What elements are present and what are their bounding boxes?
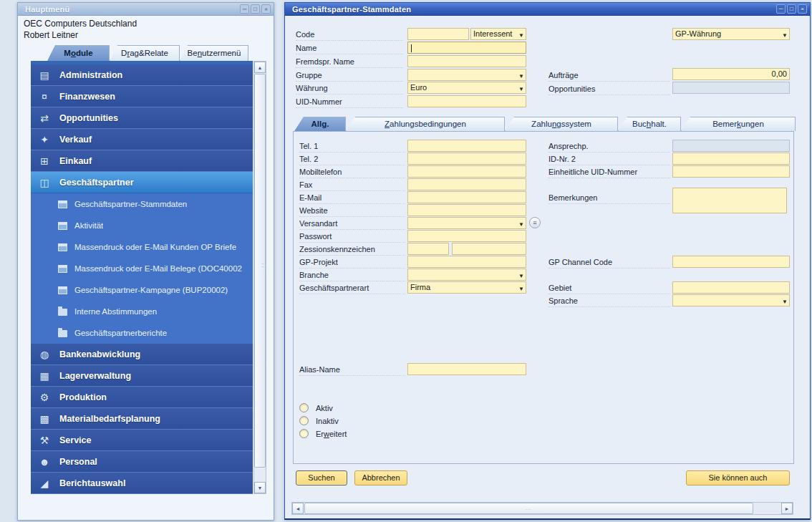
horizontal-scrollbar[interactable]: ◄ ∙∙∙ ► (291, 502, 793, 515)
menu-item-geschäftspartner-kampagne-bup20002[interactable]: Geschäftspartner-Kampagne (BUP20002) (31, 279, 253, 301)
administration-icon: ▤ (37, 69, 52, 81)
tab-bemerkungen[interactable]: Bemerkungen (681, 117, 796, 131)
gp-waehrung-dropdown[interactable]: GP-Währung ▼ (672, 28, 790, 40)
aktiv-radio[interactable] (299, 403, 309, 412)
module-service[interactable]: ⚒Service (31, 430, 253, 451)
mrp-icon: ▩ (37, 413, 52, 425)
tab-zahlungsbedingungen[interactable]: Zahlungsbedingungen (346, 117, 505, 131)
menu-item-massendruck-oder-e-mail-kunden-op-briefe[interactable]: Massendruck oder E-Mail Kunden OP Briefe (31, 236, 253, 258)
module-berichtauswahl[interactable]: ◢Berichtauswahl (31, 473, 253, 494)
gebiet-input[interactable] (672, 281, 790, 294)
tab-benutzermenü[interactable]: Benutzermenü (180, 45, 248, 61)
inaktiv-radio[interactable] (299, 416, 309, 425)
minimize-icon[interactable]: ─ (776, 4, 786, 14)
e-mail-input[interactable] (407, 191, 526, 203)
business-partners-icon: ◫ (37, 177, 52, 188)
menu-scrollbar-thumb[interactable] (254, 74, 266, 468)
service-icon: ⚒ (37, 435, 52, 446)
scroll-left-icon[interactable]: ◄ (292, 503, 304, 514)
module-label: Lagerverwaltung (59, 371, 131, 381)
versandart-dropdown[interactable]: ▼ (407, 217, 526, 229)
module-geschäftspartner[interactable]: ◫Geschäftspartner (31, 172, 253, 193)
maximize-icon[interactable]: □ (787, 4, 796, 14)
sie-koennen-auch-button[interactable]: Sie können auch (686, 470, 790, 485)
branche-dropdown[interactable]: ▼ (407, 269, 526, 281)
bp-form-tabs: Allg.ZahlungsbedingungenZahlungssystemBu… (285, 117, 811, 131)
module-einkauf[interactable]: ⊞Einkauf (31, 150, 253, 172)
fax-input[interactable] (407, 178, 526, 190)
module-administration[interactable]: ▤Administration (31, 64, 253, 86)
finance-icon: ¤ (37, 91, 52, 102)
menu-item-geschäftspartner-stammdaten[interactable]: Geschäftspartner-Stammdaten (31, 193, 253, 215)
menu-item-aktivität[interactable]: Aktivität (31, 215, 253, 236)
text-cursor (411, 44, 412, 52)
gp-projekt-input[interactable] (407, 256, 526, 268)
scroll-right-icon[interactable]: ► (781, 503, 793, 514)
fremdspr-name-input[interactable] (407, 55, 526, 67)
bp-type-dropdown[interactable]: Interessent▼ (470, 28, 526, 40)
scroll-up-icon[interactable]: ▲ (254, 62, 266, 73)
module-label: Geschäftspartner (59, 178, 134, 188)
zessionskennzeichen-input[interactable] (407, 243, 449, 255)
menu-item-interne-abstimmungen[interactable]: Interne Abstimmungen (31, 301, 253, 322)
dropdown-arrow-icon: ▼ (782, 296, 788, 306)
menu-item-geschäftspartnerberichte[interactable]: Geschäftspartnerberichte (31, 322, 253, 344)
gp-channel-code-input[interactable] (672, 256, 790, 268)
mobiltelefon-input[interactable] (407, 165, 526, 178)
bemerkungen-textarea[interactable] (672, 188, 787, 213)
module-opportunities[interactable]: ⇄Opportunities (31, 107, 253, 129)
horizontal-scrollbar-thumb[interactable]: ∙∙∙ (304, 503, 753, 514)
maximize-icon[interactable]: □ (251, 4, 260, 14)
fax-label: Fax (299, 180, 405, 191)
reports-icon: ◢ (37, 478, 52, 489)
gruppe-dropdown[interactable]: ▼ (407, 69, 526, 81)
tab-drag&relate[interactable]: Drag&Relate (110, 45, 180, 61)
suchen-button[interactable]: Suchen (296, 470, 347, 485)
module-finanzwesen[interactable]: ¤Finanzwesen (31, 86, 253, 107)
form-icon (58, 200, 67, 208)
erweitert-radio-label: Erweitert (316, 429, 347, 439)
code-input[interactable] (407, 28, 469, 40)
geschäftspartnerart-label: Geschäftspartnerart (299, 283, 405, 294)
einheitliche-uid-nummer-input[interactable] (672, 165, 790, 178)
tel-1-input[interactable] (407, 140, 526, 152)
module-verkauf[interactable]: ✦Verkauf (31, 129, 253, 150)
bp-stammdaten-titlebar[interactable]: Geschäftspartner-Stammdaten ─ □ × (285, 3, 810, 16)
dropdown-arrow-icon: ▼ (518, 84, 524, 94)
minimize-icon[interactable]: ─ (240, 4, 249, 14)
hauptmenu-titlebar[interactable]: Hauptmenü ─ □ × (18, 3, 274, 16)
menu-item-massendruck-oder-e-mail-belege-doc40002[interactable]: Massendruck oder E-Mail Belege (DOC40002 (31, 258, 253, 279)
geschäftspartnerart-dropdown[interactable]: Firma▼ (407, 281, 526, 294)
tab-module[interactable]: Module (47, 45, 110, 61)
uid-nummer-input[interactable] (407, 95, 526, 107)
einheitliche-uid-nummer-label: Einheitliche UID-Nummer (548, 167, 670, 178)
close-icon[interactable]: × (798, 4, 807, 14)
gp-waehrung-value: GP-Währung (675, 29, 721, 38)
module-produktion[interactable]: ⚙Produktion (31, 387, 253, 408)
window-resize-grip[interactable]: ∙∙∙∙ (261, 262, 264, 268)
website-input[interactable] (407, 204, 526, 216)
alias-name-input[interactable] (407, 363, 526, 375)
module-materialbedarfsplanung[interactable]: ▩Materialbedarfsplanung (31, 408, 253, 430)
sprache-dropdown[interactable]: ▼ (672, 294, 790, 306)
name-input[interactable] (407, 42, 526, 54)
tab-allg[interactable]: Allg. (294, 117, 346, 131)
tel-2-input[interactable] (407, 153, 526, 165)
module-bankenabwicklung[interactable]: ◍Bankenabwicklung (31, 344, 253, 365)
währung-dropdown[interactable]: Euro▼ (407, 82, 526, 94)
list-icon[interactable]: ≡ (529, 217, 541, 228)
scroll-down-icon[interactable]: ▼ (254, 482, 266, 493)
module-label: Administration (59, 70, 122, 80)
close-icon[interactable]: × (261, 4, 271, 14)
module-personal[interactable]: ☻Personal (31, 451, 253, 473)
tab-buchhalt[interactable]: Buchhalt. (618, 117, 681, 131)
id-nr-2-input[interactable] (672, 153, 790, 165)
abbrechen-button[interactable]: Abbrechen (354, 470, 407, 485)
zessionskennzeichen-input-2[interactable] (452, 243, 526, 255)
menu-scrollbar[interactable]: ▲ ▼ (253, 61, 266, 494)
auftraege-field[interactable]: 0,00 (672, 68, 790, 80)
module-lagerverwaltung[interactable]: ▦Lagerverwaltung (31, 365, 253, 387)
erweitert-radio[interactable] (299, 429, 309, 438)
passwort-input[interactable] (407, 230, 526, 242)
tab-zahlungssystem[interactable]: Zahlungssystem (505, 117, 618, 131)
